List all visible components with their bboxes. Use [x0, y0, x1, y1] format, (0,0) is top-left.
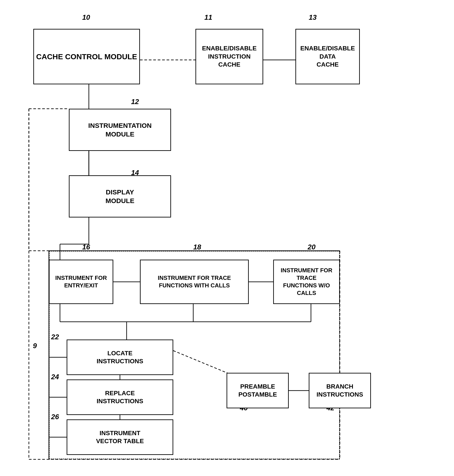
instrument-vector-table-box: INSTRUMENTVECTOR TABLE [67, 419, 173, 455]
cache-control-label: CACHE CONTROL MODULE [36, 52, 137, 61]
branch-instructions-box: BRANCHINSTRUCTIONS [309, 373, 371, 408]
preamble-postamble-box: PREAMBLEPOSTAMBLE [227, 373, 289, 408]
ref-12: 12 [131, 98, 139, 106]
preamble-label: PREAMBLEPOSTAMBLE [238, 383, 277, 399]
diagram: 10 11 13 12 14 16 18 20 22 24 26 40 42 9… [0, 0, 454, 476]
display-label: DISPLAYMODULE [106, 188, 134, 205]
ref-18: 18 [193, 243, 201, 251]
vector-label: INSTRUMENTVECTOR TABLE [96, 429, 144, 445]
replace-instructions-box: REPLACEINSTRUCTIONS [67, 380, 173, 415]
enable-instruction-label: ENABLE/DISABLEINSTRUCTIONCACHE [202, 44, 257, 69]
ref-10: 10 [82, 13, 90, 22]
enable-instruction-cache-box: ENABLE/DISABLEINSTRUCTIONCACHE [196, 29, 263, 84]
replace-label: REPLACEINSTRUCTIONS [97, 389, 143, 405]
enable-data-cache-box: ENABLE/DISABLEDATACACHE [295, 29, 360, 84]
ref-16: 16 [82, 243, 90, 251]
ref-11: 11 [204, 13, 212, 22]
display-module-box: DISPLAYMODULE [69, 175, 171, 218]
locate-instructions-box: LOCATEINSTRUCTIONS [67, 339, 173, 375]
branch-label: BRANCHINSTRUCTIONS [317, 383, 363, 399]
locate-label: LOCATEINSTRUCTIONS [97, 349, 143, 366]
enable-data-label: ENABLE/DISABLEDATACACHE [300, 44, 355, 69]
ref-9: 9 [33, 342, 37, 350]
instrumentation-module-box: INSTRUMENTATIONMODULE [69, 109, 171, 151]
cache-control-module-box: CACHE CONTROL MODULE [33, 29, 140, 84]
instrumentation-label: INSTRUMENTATIONMODULE [88, 121, 152, 139]
ref-13: 13 [309, 13, 317, 22]
ref-20: 20 [308, 243, 316, 251]
